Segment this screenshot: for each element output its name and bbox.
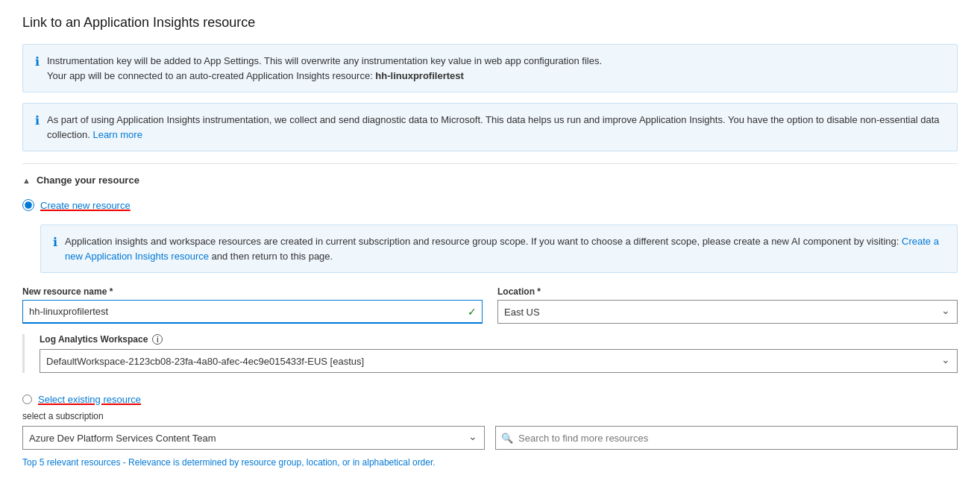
create-new-resource-radio-label[interactable]: Create new resource [22, 199, 958, 211]
section-divider [22, 163, 958, 164]
new-resource-name-input[interactable] [22, 300, 483, 324]
subscription-select[interactable]: Azure Dev Platform Services Content Team [22, 426, 485, 450]
new-resource-name-input-wrapper: ✓ [22, 300, 483, 324]
select-existing-label-text: Select existing resource [38, 394, 141, 405]
banner-text-2: As part of using Application Insights in… [47, 113, 945, 142]
location-label: Location * [497, 286, 958, 297]
search-icon: 🔍 [501, 433, 513, 444]
location-select[interactable]: East US [497, 300, 958, 324]
resource-search-input[interactable] [495, 426, 958, 450]
subscription-label: select a subscription [22, 411, 958, 421]
page-title: Link to an Application Insights resource [22, 15, 958, 31]
create-new-info-banner: ℹ Application insights and workspace res… [40, 224, 958, 273]
select-existing-section: Select existing resource select a subscr… [22, 394, 958, 468]
workspace-select-wrapper[interactable]: DefaultWorkspace-2123cb08-23fa-4a80-afec… [40, 349, 958, 373]
workspace-section: Log Analytics Workspace i DefaultWorkspa… [22, 334, 958, 373]
instrumentation-key-banner: ℹ Instrumentation key will be added to A… [22, 44, 958, 92]
subscription-search-row: Azure Dev Platform Services Content Team… [22, 426, 958, 450]
workspace-label: Log Analytics Workspace i [40, 334, 958, 345]
location-group: Location * East US [497, 286, 958, 324]
select-existing-radio[interactable] [22, 395, 32, 404]
info-icon-1: ℹ [35, 54, 40, 69]
info-icon-2: ℹ [35, 113, 40, 128]
workspace-select[interactable]: DefaultWorkspace-2123cb08-23fa-4a80-afec… [40, 349, 958, 373]
section-title: Change your resource [37, 175, 139, 186]
learn-more-link[interactable]: Learn more [92, 129, 142, 140]
alphabetical-link[interactable]: or in alphabetical order. [342, 457, 436, 468]
select-existing-radio-label[interactable]: Select existing resource [22, 394, 958, 405]
new-resource-name-group: New resource name * ✓ [22, 286, 483, 324]
relevance-note: Top 5 relevant resources - Relevance is … [22, 457, 958, 468]
name-location-row: New resource name * ✓ Location * East US [22, 286, 958, 324]
resource-search-wrapper[interactable]: 🔍 [495, 426, 958, 450]
new-resource-name-label: New resource name * [22, 286, 483, 297]
input-checkmark-icon: ✓ [468, 306, 477, 318]
diagnostic-data-banner: ℹ As part of using Application Insights … [22, 103, 958, 151]
banner-text-1: Instrumentation key will be added to App… [47, 54, 602, 83]
resource-option-group: Create new resource ℹ Application insigh… [22, 199, 958, 468]
create-new-banner-text: Application insights and workspace resou… [65, 234, 945, 263]
chevron-up-icon: ▲ [22, 176, 31, 185]
create-new-resource-radio[interactable] [22, 199, 34, 211]
info-icon-3: ℹ [53, 235, 57, 249]
subscription-select-wrapper[interactable]: Azure Dev Platform Services Content Team [22, 426, 485, 450]
create-new-resource-label: Create new resource [40, 200, 131, 211]
change-resource-section-header[interactable]: ▲ Change your resource [22, 175, 958, 186]
location-select-wrapper[interactable]: East US [497, 300, 958, 324]
workspace-info-icon[interactable]: i [152, 334, 163, 345]
